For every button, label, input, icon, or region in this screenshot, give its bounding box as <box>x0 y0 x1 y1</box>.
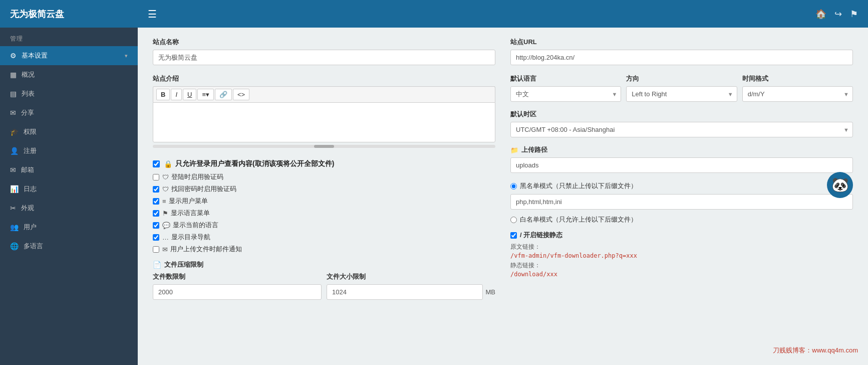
site-intro-textarea[interactable] <box>153 102 495 142</box>
rte-code-button[interactable]: <> <box>233 89 249 100</box>
file-count-input[interactable] <box>153 284 322 300</box>
grid-icon: ▦ <box>10 71 17 79</box>
breadcrumb-checkbox[interactable] <box>153 234 159 241</box>
file-compress-section-header: 📄 文件压缩限制 <box>153 260 495 269</box>
site-intro-section: 站点介绍 B I U ≡▾ 🔗 <> <box>153 74 495 148</box>
shield2-icon: 🛡 <box>162 186 169 193</box>
rte-align-button[interactable]: ≡▾ <box>197 89 214 100</box>
sidebar-item-share[interactable]: ✉ 分享 <box>0 103 138 122</box>
chevron-down-icon: ▾ <box>125 53 128 59</box>
current-lang-label[interactable]: 显示当前的语言 <box>173 221 218 230</box>
captcha-reset-label[interactable]: 找回密码时启用验证码 <box>171 185 236 194</box>
blacklist-section: 黑名单模式（只禁止上传以下后缀文件） 白名单模式（只允许上传以下后缀文件） 🐼 <box>510 180 853 226</box>
sidebar-item-permissions[interactable]: 🎓 权限 <box>0 122 138 141</box>
site-name-label: 站点名称 <box>153 38 495 47</box>
rte-underline-button[interactable]: U <box>183 89 196 100</box>
sidebar-item-label: 分享 <box>21 108 34 117</box>
sidebar-item-overview[interactable]: ▦ 概况 <box>0 65 138 84</box>
cap-icon: 🎓 <box>10 128 19 136</box>
upload-path-label: 上传路径 <box>521 145 547 154</box>
whitelist-radio[interactable] <box>510 217 517 223</box>
home-icon[interactable]: 🏠 <box>815 9 826 20</box>
static-link-checkbox[interactable] <box>510 232 517 239</box>
blacklist-input[interactable] <box>510 194 853 210</box>
sidebar-item-multilang[interactable]: 🌐 多语言 <box>0 237 138 256</box>
site-url-label: 站点URL <box>510 38 853 47</box>
file-size-label: 文件大小限制 <box>327 272 495 281</box>
current-lang-check-item: 💬 显示当前的语言 <box>153 219 495 231</box>
user-add-icon: 👤 <box>10 147 19 155</box>
captcha-login-check-item: 🛡 登陆时启用验证码 <box>153 171 495 183</box>
lang-label: 默认语言 <box>510 74 621 83</box>
captcha-login-checkbox[interactable] <box>153 174 159 180</box>
timezone-select[interactable]: UTC/GMT +08:00 - Asia/Shanghai UTC/GMT +… <box>510 122 853 137</box>
sidebar-item-basic-settings[interactable]: ⚙ 基本设置 ▾ <box>0 46 138 65</box>
lang-dir-time-section: 默认语言 中文 English 日本語 ▼ 方向 <box>510 74 853 102</box>
sidebar-item-users[interactable]: 👥 用户 <box>0 218 138 237</box>
folder-icon: 📁 <box>510 146 518 154</box>
email-notify-checkbox[interactable] <box>153 246 159 253</box>
file-limits-section: 文件数限制 文件大小限制 MB <box>153 272 495 300</box>
site-name-input[interactable] <box>153 50 495 65</box>
blacklist-radio[interactable] <box>510 183 517 190</box>
flag-icon[interactable]: ⚑ <box>850 9 858 20</box>
user-menu-checkbox[interactable] <box>153 198 159 205</box>
file-size-input[interactable] <box>327 284 483 300</box>
direction-select[interactable]: Left to Right Right to Left <box>626 86 737 102</box>
file-count-wrapper: 文件数限制 <box>153 272 322 300</box>
sidebar-item-label: 注册 <box>24 146 37 155</box>
file-count-label: 文件数限制 <box>153 272 322 281</box>
lang-select[interactable]: 中文 English 日本語 <box>510 86 621 102</box>
share-out-icon[interactable]: ↪ <box>834 9 842 20</box>
sidebar-item-label: 日志 <box>24 185 37 194</box>
user-menu-check-item: ≡ 显示用户菜单 <box>153 195 495 207</box>
email-notify-label[interactable]: 用户上传文件时邮件通知 <box>170 245 242 254</box>
sidebar-item-label: 外观 <box>21 204 34 213</box>
static-link-label-text: 静态链接： <box>510 261 853 270</box>
time-format-col: 时间格式 d/m/Y m/d/Y Y/m/d ▼ <box>742 74 853 102</box>
timezone-select-wrapper: UTC/GMT +08:00 - Asia/Shanghai UTC/GMT +… <box>510 122 853 137</box>
static-link-label[interactable]: / 开启链接静态 <box>520 231 562 240</box>
link-check-item: / 开启链接静态 <box>510 231 853 240</box>
lang-menu-label[interactable]: 显示语言菜单 <box>171 209 210 218</box>
menu-toggle-button[interactable]: ☰ <box>148 8 157 20</box>
sidebar-item-mailbox[interactable]: ✉ 邮箱 <box>0 160 138 179</box>
share-icon: ✉ <box>10 109 16 117</box>
topbar-right: 🏠 ↪ ⚑ <box>815 9 858 20</box>
app-title: 无为极简云盘 <box>10 8 64 20</box>
captcha-reset-check-item: 🛡 找回密码时启用验证码 <box>153 183 495 195</box>
sidebar-item-register[interactable]: 👤 注册 <box>0 141 138 160</box>
sidebar-item-label: 概况 <box>22 70 35 79</box>
time-format-select[interactable]: d/m/Y m/d/Y Y/m/d <box>742 86 853 102</box>
whitelist-label[interactable]: 白名单模式（只允许上传以下后缀文件） <box>520 215 637 224</box>
static-link-wrapper: 静态链接： /download/xxx <box>510 261 853 278</box>
site-url-input[interactable] <box>510 50 853 65</box>
avatar: 🐼 <box>827 172 853 198</box>
sidebar-item-logs[interactable]: 📊 日志 <box>0 179 138 199</box>
main: ☰ 🏠 ↪ ⚑ 站点名称 站点介绍 B I <box>138 0 868 365</box>
direction-select-wrapper: Left to Right Right to Left ▼ <box>626 86 737 102</box>
rte-link-button[interactable]: 🔗 <box>215 89 232 100</box>
captcha-login-label[interactable]: 登陆时启用验证码 <box>171 172 223 181</box>
avatar-face-icon: 🐼 <box>831 178 849 192</box>
user-menu-label[interactable]: 显示用户菜单 <box>169 197 208 206</box>
rte-italic-button[interactable]: I <box>171 89 182 100</box>
sidebar-item-appearance[interactable]: ✂ 外观 <box>0 199 138 218</box>
menu-icon: ≡ <box>162 198 166 205</box>
blacklist-label[interactable]: 黑名单模式（只禁止上传以下后缀文件） <box>520 181 637 191</box>
breadcrumb-label[interactable]: 显示目录导航 <box>171 233 210 242</box>
flag2-icon: ⚑ <box>162 210 168 217</box>
upload-path-input[interactable] <box>510 157 853 173</box>
rte-bold-button[interactable]: B <box>156 89 170 100</box>
sidebar-item-label: 基本设置 <box>22 51 48 60</box>
topbar: ☰ 🏠 ↪ ⚑ <box>138 0 868 28</box>
login-only-label[interactable]: 只允许登录用户查看内容(取消该项将公开全部文件) <box>175 159 334 168</box>
sidebar-header: 无为极简云盘 <box>0 0 138 28</box>
login-only-checkbox[interactable] <box>153 160 160 167</box>
sidebar-item-list[interactable]: ▤ 列表 <box>0 84 138 103</box>
time-format-select-wrapper: d/m/Y m/d/Y Y/m/d ▼ <box>742 86 853 102</box>
current-lang-checkbox[interactable] <box>153 222 159 229</box>
scissors-icon: ✂ <box>10 204 16 212</box>
captcha-reset-checkbox[interactable] <box>153 186 159 193</box>
lang-menu-checkbox[interactable] <box>153 210 159 217</box>
